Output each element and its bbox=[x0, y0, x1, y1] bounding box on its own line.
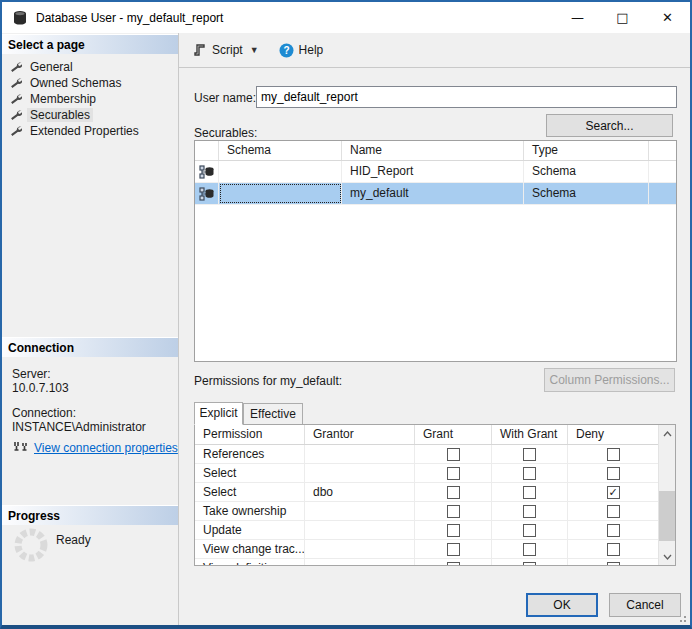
permissions-header-grant: Grant bbox=[415, 425, 492, 444]
securable-schema-cell[interactable] bbox=[219, 161, 342, 182]
securables-header-rest bbox=[649, 141, 676, 160]
securable-type-cell[interactable]: Schema bbox=[524, 183, 649, 204]
with-grant-checkbox[interactable] bbox=[523, 505, 536, 518]
view-connection-properties-link[interactable]: View connection properties bbox=[34, 441, 178, 455]
grantor-cell: dbo bbox=[305, 483, 415, 501]
permissions-scrollbar[interactable] bbox=[658, 425, 675, 565]
progress-spinner-icon bbox=[12, 526, 50, 564]
deny-checkbox[interactable] bbox=[607, 524, 620, 537]
securable-name-cell[interactable]: HID_Report bbox=[342, 161, 524, 182]
securable-name-cell[interactable]: my_default bbox=[342, 183, 524, 204]
scroll-up-icon[interactable] bbox=[659, 425, 675, 442]
with-grant-checkbox[interactable] bbox=[523, 448, 536, 461]
securable-type-cell[interactable]: Schema bbox=[524, 161, 649, 182]
with-grant-checkbox[interactable] bbox=[523, 486, 536, 499]
search-button[interactable]: Search... bbox=[546, 114, 673, 137]
permissions-header-with-grant: With Grant bbox=[492, 425, 568, 444]
sidebar: Select a page GeneralOwned SchemasMember… bbox=[2, 33, 179, 625]
tab-effective[interactable]: Effective bbox=[243, 403, 303, 425]
permission-name-cell: View definition bbox=[195, 559, 305, 565]
script-button-label: Script bbox=[212, 43, 243, 57]
permissions-header-permission: Permission bbox=[195, 425, 305, 444]
with-grant-cell bbox=[492, 483, 568, 501]
sidebar-item-owned-schemas[interactable]: Owned Schemas bbox=[6, 75, 174, 91]
grant-cell bbox=[415, 521, 492, 539]
permissions-header-row: Permission Grantor Grant With Grant Deny bbox=[195, 425, 658, 445]
securables-header-type: Type bbox=[524, 141, 649, 160]
with-grant-cell bbox=[492, 559, 568, 565]
grant-checkbox[interactable] bbox=[447, 505, 460, 518]
deny-checkbox[interactable] bbox=[607, 562, 620, 566]
grant-checkbox[interactable] bbox=[447, 562, 460, 566]
sidebar-item-extended-properties[interactable]: Extended Properties bbox=[6, 123, 174, 139]
minimize-button[interactable]: — bbox=[555, 2, 600, 33]
grantor-cell bbox=[305, 540, 415, 558]
with-grant-checkbox[interactable] bbox=[523, 467, 536, 480]
sidebar-item-securables[interactable]: Securables bbox=[6, 107, 174, 123]
script-dropdown-icon[interactable]: ▼ bbox=[250, 45, 259, 55]
tab-explicit[interactable]: Explicit bbox=[194, 402, 243, 425]
securable-schema-cell[interactable] bbox=[219, 183, 342, 204]
sidebar-item-label: Extended Properties bbox=[27, 124, 142, 138]
maximize-button[interactable]: □ bbox=[600, 2, 645, 33]
grant-checkbox[interactable] bbox=[447, 486, 460, 499]
resize-grip[interactable] bbox=[677, 613, 687, 623]
permission-name-cell: Select bbox=[195, 464, 305, 482]
grant-cell bbox=[415, 483, 492, 501]
toolbar: Script ▼ ? Help bbox=[179, 33, 690, 68]
deny-checkbox[interactable]: ✓ bbox=[607, 486, 620, 499]
permission-row[interactable]: Selectdbo✓ bbox=[195, 483, 658, 502]
connection-label: Connection: bbox=[12, 406, 76, 420]
with-grant-checkbox[interactable] bbox=[523, 562, 536, 566]
script-button[interactable]: Script ▼ bbox=[187, 39, 265, 61]
column-permissions-button[interactable]: Column Permissions... bbox=[544, 368, 675, 392]
grant-checkbox[interactable] bbox=[447, 543, 460, 556]
with-grant-checkbox[interactable] bbox=[523, 543, 536, 556]
permission-name-cell: View change trac... bbox=[195, 540, 305, 558]
permission-row[interactable]: Select bbox=[195, 464, 658, 483]
server-value: 10.0.7.103 bbox=[12, 381, 69, 395]
sidebar-item-membership[interactable]: Membership bbox=[6, 91, 174, 107]
with-grant-cell bbox=[492, 521, 568, 539]
help-button[interactable]: ? Help bbox=[273, 39, 330, 62]
securables-header-row: Schema Name Type bbox=[195, 141, 676, 161]
permission-row[interactable]: View definition bbox=[195, 559, 658, 565]
sidebar-item-general[interactable]: General bbox=[6, 59, 174, 75]
deny-cell bbox=[568, 521, 658, 539]
deny-checkbox[interactable] bbox=[607, 467, 620, 480]
grant-checkbox[interactable] bbox=[447, 448, 460, 461]
ok-button[interactable]: OK bbox=[526, 593, 598, 617]
permission-row[interactable]: References bbox=[195, 445, 658, 464]
grant-checkbox[interactable] bbox=[447, 524, 460, 537]
permissions-grid: Permission Grantor Grant With Grant Deny… bbox=[194, 424, 676, 566]
permission-row[interactable]: Update bbox=[195, 521, 658, 540]
deny-cell bbox=[568, 540, 658, 558]
scrollbar-thumb[interactable] bbox=[659, 491, 675, 541]
permission-row[interactable]: View change trac... bbox=[195, 540, 658, 559]
user-name-label: User name: bbox=[194, 91, 256, 105]
permission-row[interactable]: Take ownership bbox=[195, 502, 658, 521]
cancel-button[interactable]: Cancel bbox=[609, 593, 681, 617]
with-grant-cell bbox=[492, 445, 568, 463]
close-button[interactable]: ✕ bbox=[645, 2, 690, 33]
securable-row[interactable]: HID_ReportSchema bbox=[195, 161, 676, 183]
deny-cell bbox=[568, 445, 658, 463]
page-list: GeneralOwned SchemasMembershipSecurables… bbox=[6, 59, 174, 139]
user-name-input[interactable] bbox=[256, 86, 677, 108]
grant-cell bbox=[415, 559, 492, 565]
permission-name-cell: Select bbox=[195, 483, 305, 501]
securable-row[interactable]: my_defaultSchema bbox=[195, 183, 676, 205]
deny-cell: ✓ bbox=[568, 483, 658, 501]
deny-checkbox[interactable] bbox=[607, 505, 620, 518]
permission-name-cell: Update bbox=[195, 521, 305, 539]
wrench-icon bbox=[10, 77, 22, 89]
securable-row-icon bbox=[195, 161, 219, 182]
progress-status: Ready bbox=[56, 533, 91, 547]
securables-grid: Schema Name Type HID_ReportSchemamy_defa… bbox=[194, 140, 677, 362]
deny-checkbox[interactable] bbox=[607, 448, 620, 461]
with-grant-checkbox[interactable] bbox=[523, 524, 536, 537]
progress-header: Progress bbox=[2, 505, 178, 525]
deny-checkbox[interactable] bbox=[607, 543, 620, 556]
scroll-down-icon[interactable] bbox=[659, 548, 675, 565]
grant-checkbox[interactable] bbox=[447, 467, 460, 480]
